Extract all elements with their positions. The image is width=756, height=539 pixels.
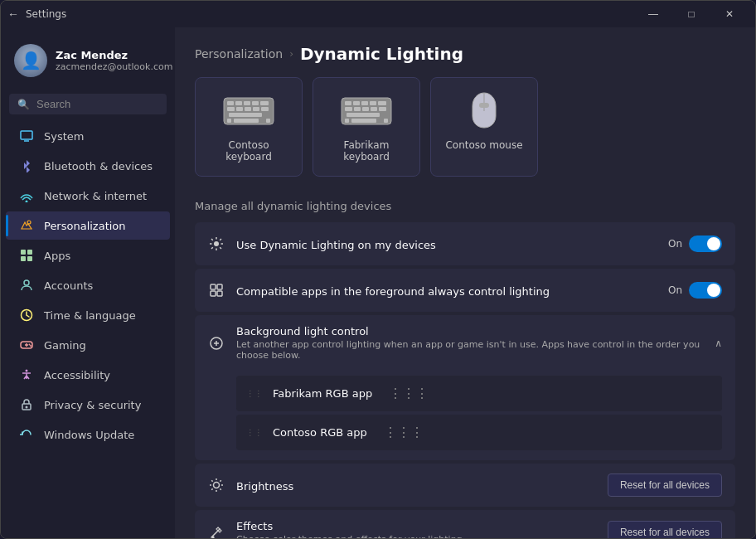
- sidebar-item-network[interactable]: Network & internet: [6, 182, 170, 210]
- device-card-fabrikam-keyboard[interactable]: Fabrikam keyboard: [313, 77, 420, 177]
- svg-rect-4: [21, 250, 26, 255]
- svg-point-14: [30, 345, 32, 347]
- sidebar-item-update[interactable]: Windows Update: [6, 420, 170, 449]
- sidebar-item-privacy[interactable]: Privacy & security: [6, 391, 170, 419]
- search-input[interactable]: [36, 98, 175, 110]
- svg-rect-28: [261, 107, 269, 111]
- sidebar-item-accessibility[interactable]: Accessibility: [6, 361, 170, 389]
- drag-handle-contoso[interactable]: ⋮⋮: [246, 428, 263, 437]
- brightness-label: Brightness: [236, 480, 293, 493]
- breadcrumb: Personalization › Dynamic Lighting: [175, 27, 755, 77]
- background-light-icon: [208, 335, 225, 352]
- brightness-reset-button[interactable]: Reset for all devices: [608, 473, 722, 497]
- settings-item-effects: Effects Choose color themes and effects …: [195, 510, 735, 538]
- dynamic-lighting-icon: [208, 236, 225, 252]
- device-name-contoso-keyboard: Contoso keyboard: [209, 139, 288, 163]
- settings-item-brightness: Brightness Reset for all devices: [195, 464, 735, 507]
- sidebar-item-gaming[interactable]: Gaming: [6, 331, 170, 359]
- close-button[interactable]: ✕: [710, 1, 749, 27]
- sidebar-label-time: Time & language: [44, 309, 136, 322]
- breadcrumb-parent[interactable]: Personalization: [195, 47, 283, 61]
- sidebar-label-update: Windows Update: [44, 429, 134, 441]
- use-dynamic-lighting-toggle[interactable]: [689, 236, 722, 252]
- svg-line-57: [220, 239, 221, 240]
- device-name-contoso-mouse: Contoso mouse: [445, 139, 522, 151]
- app-order-item-contoso: ⋮⋮ Contoso RGB app ⋮⋮⋮: [236, 415, 722, 450]
- minimize-button[interactable]: —: [634, 1, 672, 27]
- app-name-contoso: Contoso RGB app: [273, 426, 367, 439]
- sidebar-item-bluetooth[interactable]: Bluetooth & devices: [6, 152, 170, 180]
- svg-rect-47: [351, 119, 376, 123]
- fabrikam-options-button[interactable]: ⋮⋮⋮: [382, 382, 435, 405]
- svg-rect-19: [227, 101, 234, 105]
- svg-rect-29: [229, 113, 262, 117]
- svg-rect-30: [227, 119, 231, 123]
- sidebar-item-personalization[interactable]: Personalization: [6, 211, 170, 240]
- svg-rect-0: [21, 131, 32, 139]
- device-card-contoso-keyboard[interactable]: Contoso keyboard: [195, 77, 303, 177]
- collapse-button[interactable]: ∧: [715, 337, 722, 349]
- svg-rect-41: [362, 107, 369, 111]
- settings-item-background-light: Background light control Let another app…: [195, 315, 735, 460]
- background-light-label: Background light control: [236, 325, 703, 337]
- accounts-icon: [19, 278, 34, 293]
- sidebar: 👤 Zac Mendez zacmendez@outlook.com 🔍: [1, 27, 175, 538]
- sidebar-label-system: System: [44, 130, 84, 143]
- sidebar-item-time[interactable]: Time & language: [6, 301, 170, 329]
- app-order-item-fabrikam: ⋮⋮ Fabrikam RGB app ⋮⋮⋮: [236, 376, 722, 411]
- svg-rect-5: [27, 250, 32, 255]
- svg-rect-36: [361, 101, 368, 105]
- compatible-apps-label: Compatible apps in the foreground always…: [236, 285, 550, 298]
- use-dynamic-lighting-label: Use Dynamic Lighting on my devices: [236, 239, 436, 251]
- main-content: 👤 Zac Mendez zacmendez@outlook.com 🔍: [1, 27, 755, 538]
- svg-line-55: [211, 239, 213, 240]
- settings-list: Use Dynamic Lighting on my devices On: [175, 222, 755, 538]
- device-card-contoso-mouse[interactable]: Contoso mouse: [430, 77, 538, 177]
- contoso-options-button[interactable]: ⋮⋮⋮: [377, 421, 430, 444]
- svg-rect-43: [379, 107, 386, 111]
- personalization-icon: [19, 218, 34, 233]
- compatible-apps-toggle-label: On: [668, 284, 682, 296]
- svg-point-8: [24, 280, 29, 285]
- app-order-list: ⋮⋮ Fabrikam RGB app ⋮⋮⋮ ⋮⋮ Contoso RGB a…: [208, 376, 722, 450]
- keyboard2-icon: [340, 91, 393, 131]
- search-icon: 🔍: [17, 99, 30, 110]
- svg-rect-40: [354, 107, 361, 111]
- effects-label: Effects: [236, 520, 596, 532]
- svg-line-72: [211, 488, 212, 489]
- avatar: 👤: [14, 44, 47, 77]
- svg-rect-60: [217, 284, 222, 289]
- svg-rect-34: [345, 101, 351, 105]
- accessibility-icon: [19, 367, 34, 382]
- maximize-button[interactable]: □: [672, 1, 710, 27]
- svg-rect-27: [253, 107, 259, 111]
- svg-rect-59: [211, 284, 216, 289]
- settings-item-use-dynamic-lighting: Use Dynamic Lighting on my devices On: [195, 222, 735, 265]
- sidebar-label-accounts: Accounts: [44, 279, 93, 292]
- effects-desc: Choose color themes and effects for your…: [236, 534, 596, 538]
- device-name-fabrikam-keyboard: Fabrikam keyboard: [327, 139, 406, 163]
- drag-handle-fabrikam[interactable]: ⋮⋮: [246, 389, 263, 398]
- search-box[interactable]: 🔍: [9, 94, 167, 114]
- settings-item-compatible-apps: Compatible apps in the foreground always…: [195, 269, 735, 312]
- apps-icon: [19, 248, 34, 263]
- user-profile[interactable]: 👤 Zac Mendez zacmendez@outlook.com: [1, 34, 175, 87]
- sidebar-label-personalization: Personalization: [44, 220, 126, 232]
- svg-rect-37: [370, 101, 376, 105]
- svg-rect-39: [345, 107, 352, 111]
- sidebar-item-apps[interactable]: Apps: [6, 241, 170, 270]
- svg-rect-23: [260, 101, 269, 105]
- sidebar-item-system[interactable]: System: [6, 122, 170, 150]
- network-icon: [19, 188, 34, 203]
- privacy-icon: [19, 397, 34, 412]
- time-icon: [19, 308, 34, 323]
- page-title: Dynamic Lighting: [300, 44, 463, 64]
- svg-rect-62: [217, 291, 222, 296]
- svg-point-2: [26, 201, 28, 203]
- sidebar-item-accounts[interactable]: Accounts: [6, 271, 170, 299]
- svg-rect-7: [27, 256, 32, 261]
- back-button[interactable]: ←: [7, 7, 19, 21]
- compatible-apps-toggle[interactable]: [689, 282, 722, 299]
- effects-reset-button[interactable]: Reset for all devices: [608, 521, 722, 538]
- svg-rect-25: [236, 107, 243, 111]
